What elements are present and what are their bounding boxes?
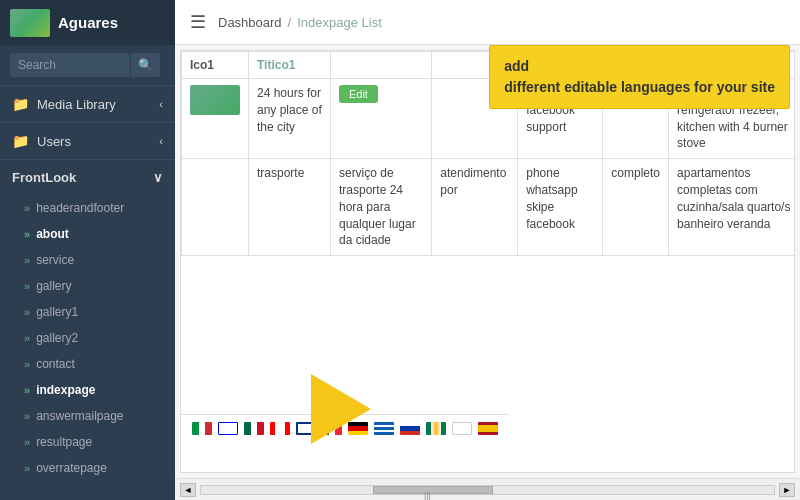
flag-za-icon[interactable] xyxy=(426,422,446,435)
sidebar-item-label: overratepage xyxy=(36,461,107,475)
chevron-icon: ‹ xyxy=(159,98,163,110)
table-row: trasporte serviço de trasporte 24 hora p… xyxy=(182,159,796,256)
search-button[interactable]: 🔍 xyxy=(131,53,160,77)
page-header: ☰ Dashboard / Indexpage List xyxy=(175,0,800,45)
sidebar-item-label: indexpage xyxy=(36,383,95,397)
main-content: ☰ Dashboard / Indexpage List add differe… xyxy=(175,0,800,500)
sidebar-item-contact[interactable]: contact xyxy=(0,351,175,377)
breadcrumb-separator: / xyxy=(288,15,292,30)
horizontal-scrollbar[interactable]: ◄ ||| ► xyxy=(175,478,800,500)
scroll-thumb[interactable]: ||| xyxy=(373,486,493,494)
table-cell-completo: completo xyxy=(603,159,669,256)
table-cell-trasporte: trasporte xyxy=(249,159,331,256)
edit-button[interactable]: Edit xyxy=(339,85,378,103)
breadcrumb-dashboard[interactable]: Dashboard xyxy=(218,15,282,30)
sidebar-item-headenandfooter[interactable]: headerandfooter xyxy=(0,195,175,221)
table-cell-btn1[interactable]: Edit xyxy=(330,79,431,159)
scroll-track[interactable]: ||| xyxy=(200,485,775,495)
breadcrumb-current: Indexpage List xyxy=(297,15,382,30)
col-ico1[interactable]: Ico1 xyxy=(182,52,249,79)
logo-image xyxy=(10,9,50,37)
flag-es-icon[interactable] xyxy=(478,422,498,435)
table-container[interactable]: Ico1 Titico1 o3 24 hours for any place o… xyxy=(180,50,795,473)
tooltip-banner: add different editable languages for you… xyxy=(489,45,790,109)
sidebar-item-label: resultpage xyxy=(36,435,92,449)
sidebar-search-container: 🔍 xyxy=(0,45,175,86)
sidebar-item-overratepage[interactable]: overratepage xyxy=(0,455,175,481)
folder-icon: 📁 xyxy=(12,96,29,112)
table-cell-apartamentos: apartamentos completas com cuzinha/sala … xyxy=(669,159,795,256)
search-input[interactable] xyxy=(10,53,130,77)
scroll-thumb-text: ||| xyxy=(374,491,431,501)
sidebar-item-label: service xyxy=(36,253,74,267)
flag-it-icon[interactable] xyxy=(192,422,212,435)
flag-kr-icon[interactable] xyxy=(452,422,472,435)
sidebar-item-label: Media Library xyxy=(37,97,116,112)
sidebar-item-label: gallery xyxy=(36,279,71,293)
sidebar-item-label: headerandfooter xyxy=(36,201,124,215)
flag-mx-icon[interactable] xyxy=(244,422,264,435)
sidebar-logo-text: Aguares xyxy=(58,14,118,31)
sidebar-item-answermailpage[interactable]: answermailpage xyxy=(0,403,175,429)
sidebar-logo: Aguares xyxy=(0,0,175,45)
flag-gr-icon[interactable] xyxy=(374,422,394,435)
sidebar-item-label: answermailpage xyxy=(36,409,123,423)
sidebar-item-about[interactable]: about xyxy=(0,221,175,247)
sidebar-item-label: contact xyxy=(36,357,75,371)
sidebar-item-users[interactable]: 📁 Users ‹ xyxy=(0,123,175,160)
breadcrumb: Dashboard / Indexpage List xyxy=(218,15,382,30)
col-3 xyxy=(330,52,431,79)
tooltip-line1: add xyxy=(504,58,529,74)
tooltip-line2: different editable languages for your si… xyxy=(504,79,775,95)
col-titico1[interactable]: Titico1 xyxy=(249,52,331,79)
chevron-down-icon: ∨ xyxy=(153,170,163,185)
row-image xyxy=(190,85,240,115)
sidebar-item-gallery1[interactable]: gallery1 xyxy=(0,299,175,325)
hamburger-menu[interactable]: ☰ xyxy=(190,11,206,33)
table-cell-phone: phone whatsapp skipe facebook xyxy=(518,159,603,256)
sidebar-group-frontlook[interactable]: FrontLook ∨ xyxy=(0,160,175,195)
table-cell-image xyxy=(182,79,249,159)
folder-icon: 📁 xyxy=(12,133,29,149)
sidebar-item-resultpage[interactable]: resultpage xyxy=(0,429,175,455)
sidebar-item-media-library[interactable]: 📁 Media Library ‹ xyxy=(0,86,175,123)
table-cell-atendimento: atendimento por xyxy=(432,159,518,256)
sidebar-item-service[interactable]: service xyxy=(0,247,175,273)
sidebar: Aguares 🔍 📁 Media Library ‹ 📁 Users ‹ Fr… xyxy=(0,0,175,500)
arrow-indicator xyxy=(311,374,371,444)
sidebar-item-label: gallery2 xyxy=(36,331,78,345)
flag-ru-icon[interactable] xyxy=(400,422,420,435)
table-cell-hours: 24 hours for any place of the city xyxy=(249,79,331,159)
table-cell-empty2 xyxy=(182,159,249,256)
sidebar-item-gallery[interactable]: gallery xyxy=(0,273,175,299)
flag-il-icon[interactable] xyxy=(218,422,238,435)
sidebar-item-gallery2[interactable]: gallery2 xyxy=(0,325,175,351)
flag-ca-icon[interactable] xyxy=(270,422,290,435)
sidebar-item-label: about xyxy=(36,227,69,241)
table-cell-servico: serviço de trasporte 24 hora para qualqu… xyxy=(330,159,431,256)
sidebar-item-label: Users xyxy=(37,134,71,149)
sidebar-item-label: gallery1 xyxy=(36,305,78,319)
sidebar-item-indexpage[interactable]: indexpage xyxy=(0,377,175,403)
scroll-right-button[interactable]: ► xyxy=(779,483,795,497)
scroll-left-button[interactable]: ◄ xyxy=(180,483,196,497)
sidebar-group-label: FrontLook xyxy=(12,170,76,185)
chevron-icon: ‹ xyxy=(159,135,163,147)
